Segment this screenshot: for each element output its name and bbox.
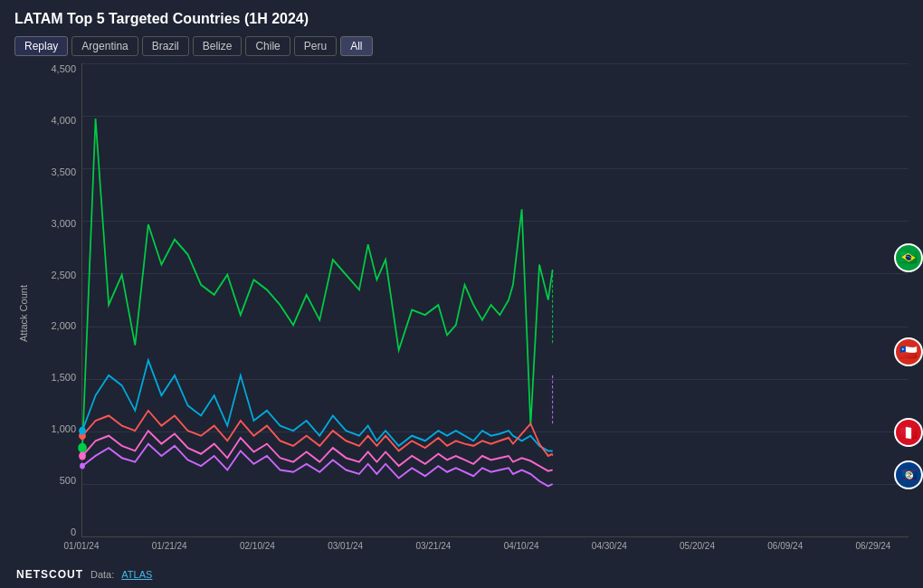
peru-flag: 🇵🇪 bbox=[894, 418, 923, 447]
y-tick-3000: 3,000 bbox=[51, 218, 76, 229]
y-tick-4000: 4,000 bbox=[51, 115, 76, 126]
brand-label: NETSCOUT bbox=[16, 568, 83, 581]
svg-point-8 bbox=[80, 463, 85, 469]
x-tick-0609: 06/09/24 bbox=[767, 541, 803, 551]
filter-peru[interactable]: Peru bbox=[294, 36, 337, 56]
filter-replay[interactable]: Replay bbox=[14, 36, 68, 56]
y-tick-2500: 2,500 bbox=[51, 270, 76, 280]
y-tick-500: 500 bbox=[60, 475, 76, 486]
y-tick-1000: 1,000 bbox=[51, 423, 76, 434]
x-tick-0210: 02/10/24 bbox=[240, 541, 275, 551]
filter-all[interactable]: All bbox=[340, 36, 372, 56]
x-tick-0121: 01/21/24 bbox=[152, 541, 187, 551]
footer: NETSCOUT Data: ATLAS bbox=[14, 568, 909, 581]
filter-brazil[interactable]: Brazil bbox=[142, 36, 189, 56]
belize-flag: 🇧🇿 bbox=[894, 460, 923, 489]
filter-argentina[interactable]: Argentina bbox=[71, 36, 138, 56]
atlas-link[interactable]: ATLAS bbox=[121, 569, 152, 580]
y-tick-1500: 1,500 bbox=[51, 372, 76, 383]
x-axis: 01/01/24 01/21/24 02/10/24 03/01/24 03/2… bbox=[81, 537, 909, 564]
y-axis-label: Attack Count bbox=[14, 63, 33, 564]
y-tick-3500: 3,500 bbox=[51, 166, 76, 177]
x-tick-0321: 03/21/24 bbox=[415, 541, 451, 551]
y-axis: 4,500 4,000 3,500 3,000 2,500 2,000 1,50… bbox=[36, 63, 81, 537]
x-tick-0301: 03/01/24 bbox=[328, 541, 363, 551]
svg-point-4 bbox=[78, 443, 87, 453]
svg-point-5 bbox=[79, 452, 86, 460]
plot-area: 🇧🇷 🇨🇱 🇵🇪 🇧🇿 bbox=[81, 63, 909, 537]
brazil-flag: 🇧🇷 bbox=[894, 243, 923, 272]
y-tick-2000: 2,000 bbox=[51, 320, 76, 331]
x-tick-0430: 04/30/24 bbox=[592, 541, 627, 551]
chile-flag: 🇨🇱 bbox=[894, 337, 923, 366]
chart-inner: 4,500 4,000 3,500 3,000 2,500 2,000 1,50… bbox=[36, 63, 909, 564]
y-tick-0: 0 bbox=[71, 526, 76, 537]
filter-chile[interactable]: Chile bbox=[245, 36, 290, 56]
x-tick-0520: 05/20/24 bbox=[680, 541, 715, 551]
x-tick-0101: 01/01/24 bbox=[64, 541, 100, 551]
page-title: LATAM Top 5 Targeted Countries (1H 2024) bbox=[14, 11, 909, 27]
data-source-label: Data: bbox=[90, 569, 114, 580]
x-tick-0629: 06/29/24 bbox=[856, 541, 891, 551]
y-tick-4500: 4,500 bbox=[51, 63, 76, 74]
chart-svg bbox=[82, 63, 909, 536]
chart-area: Attack Count 4,500 4,000 3,500 3,000 2,5… bbox=[14, 63, 909, 564]
filter-belize[interactable]: Belize bbox=[193, 36, 243, 56]
x-tick-0410: 04/10/24 bbox=[504, 541, 539, 551]
svg-point-7 bbox=[79, 427, 86, 435]
filter-bar: Replay Argentina Brazil Belize Chile Per… bbox=[14, 36, 909, 56]
